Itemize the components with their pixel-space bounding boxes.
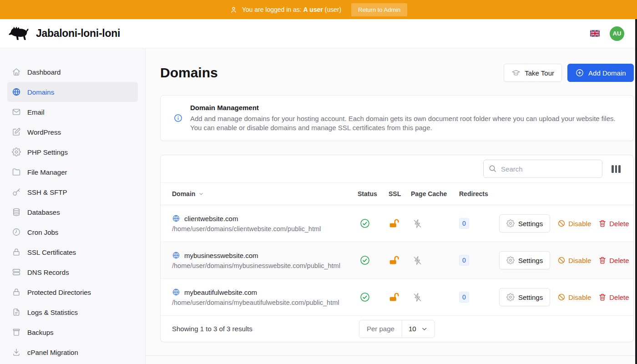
download-icon xyxy=(12,348,21,357)
column-visibility-icon[interactable] xyxy=(611,164,622,174)
impersonated-user-name: A user xyxy=(303,6,323,13)
disable-button[interactable]: Disable xyxy=(557,256,591,264)
column-header-redirects: Redirects xyxy=(459,190,499,197)
brand-title: Jabaloni-loni-loni xyxy=(36,27,120,40)
server-icon xyxy=(12,268,21,277)
redirects-count-badge[interactable]: 0 xyxy=(459,255,469,266)
brand[interactable]: Jabaloni-loni-loni xyxy=(7,25,120,42)
sort-chevron-icon xyxy=(198,191,204,197)
ssl-unlocked-icon[interactable] xyxy=(389,218,411,229)
sidebar-item-label: File Manager xyxy=(27,168,67,176)
key-icon xyxy=(12,187,21,197)
sidebar-item-domains[interactable]: Domains xyxy=(7,82,138,102)
sidebar-item-dashboard[interactable]: Dashboard xyxy=(7,62,138,82)
redirects-count-badge[interactable]: 0 xyxy=(459,218,469,229)
column-header-ssl: SSL xyxy=(389,190,411,197)
ssl-unlocked-icon[interactable] xyxy=(389,292,411,303)
archive-icon xyxy=(12,328,21,337)
per-page-control: Per page 10 xyxy=(359,320,435,338)
column-header-domain[interactable]: Domain xyxy=(161,190,358,197)
sidebar-item-wordpress[interactable]: WordPress xyxy=(7,122,138,142)
search-input[interactable] xyxy=(483,160,602,178)
status-active-icon xyxy=(358,255,389,266)
sidebar-item-backups[interactable]: Backups xyxy=(7,322,138,342)
trash-icon xyxy=(598,293,607,301)
table-row: mybusinesswebsite.com /home/user/domains… xyxy=(161,242,633,279)
sidebar-item-databases[interactable]: Databases xyxy=(7,202,138,222)
sidebar-item-protected-directories[interactable]: Protected Directories xyxy=(7,282,138,302)
globe-icon xyxy=(172,251,180,259)
table-toolbar xyxy=(161,155,633,182)
return-to-admin-button[interactable]: Return to Admin xyxy=(351,3,407,16)
domain-name[interactable]: clientwebsite.com xyxy=(184,215,238,222)
sidebar-item-php-settings[interactable]: PHP Settings xyxy=(7,142,138,162)
gear-icon xyxy=(12,147,21,157)
sidebar-item-label: PHP Settings xyxy=(27,148,68,156)
ban-icon xyxy=(557,219,566,228)
sidebar-item-ssl-certificates[interactable]: SSL Certificates xyxy=(7,242,138,262)
results-summary: Showing 1 to 3 of 3 results xyxy=(172,325,253,333)
sidebar-item-dns-records[interactable]: DNS Records xyxy=(7,262,138,282)
delete-button[interactable]: Delete xyxy=(598,256,629,264)
table-footer: Showing 1 to 3 of 3 results Per page 10 xyxy=(161,316,633,342)
impersonated-user-role: (user) xyxy=(325,6,342,13)
lock-icon xyxy=(12,288,21,297)
info-icon xyxy=(173,113,183,123)
sidebar-item-label: Cron Jobs xyxy=(27,228,58,236)
sidebar-item-ssh-sftp[interactable]: SSH & SFTP xyxy=(7,182,138,202)
ban-icon xyxy=(557,293,566,301)
gear-icon xyxy=(506,293,515,301)
settings-button[interactable]: Settings xyxy=(499,288,550,306)
domain-name[interactable]: mybusinesswebsite.com xyxy=(184,252,258,259)
sidebar-item-file-manager[interactable]: File Manager xyxy=(7,162,138,182)
column-header-status: Status xyxy=(358,190,389,197)
sidebar-item-logs-statistics[interactable]: Logs & Statistics xyxy=(7,302,138,322)
folder-icon xyxy=(12,167,21,177)
per-page-label: Per page xyxy=(359,320,402,338)
sidebar-item-label: Backups xyxy=(27,329,54,336)
page-scrollbar[interactable] xyxy=(635,19,637,364)
disable-button[interactable]: Disable xyxy=(557,293,591,301)
globe-icon xyxy=(12,87,21,96)
take-tour-button[interactable]: Take Tour xyxy=(504,64,562,82)
settings-button[interactable]: Settings xyxy=(499,214,550,233)
uk-flag-icon[interactable] xyxy=(590,30,600,37)
page-title: Domains xyxy=(160,65,218,81)
edit-icon xyxy=(12,127,21,136)
table-row: clientwebsite.com /home/user/domains/cli… xyxy=(161,205,633,242)
globe-icon xyxy=(172,214,180,222)
document-root-path: /home/user/domains/clientwebsite.com/pub… xyxy=(172,225,358,233)
domain-management-info-card: Domain Management Add and manage domains… xyxy=(160,95,634,141)
person-icon xyxy=(230,6,238,14)
settings-button[interactable]: Settings xyxy=(499,251,550,269)
domain-name[interactable]: mybeautifulwebsite.com xyxy=(184,288,257,296)
sidebar-item-label: DNS Records xyxy=(27,268,69,276)
sidebar-item-label: cPanel Migration xyxy=(27,349,78,356)
sidebar-item-cron-jobs[interactable]: Cron Jobs xyxy=(7,222,138,242)
redirects-count-badge[interactable]: 0 xyxy=(459,292,469,303)
page-cache-off-icon[interactable] xyxy=(411,255,459,266)
sidebar-item-label: WordPress xyxy=(27,128,61,136)
sidebar-item-label: Protected Directories xyxy=(27,288,91,296)
impersonation-message: You are logged in as: A user (user) xyxy=(242,6,341,13)
document-root-path: /home/user/domains/mybeautifulwebsite.co… xyxy=(172,299,358,306)
add-domain-button[interactable]: Add Domain xyxy=(567,64,634,82)
user-avatar[interactable]: AU xyxy=(610,26,624,41)
ssl-unlocked-icon[interactable] xyxy=(389,255,411,266)
sidebar-item-email[interactable]: Email xyxy=(7,102,138,122)
trash-icon xyxy=(598,256,607,264)
redirects-cell: 0 xyxy=(459,292,499,303)
per-page-select[interactable]: 10 xyxy=(402,320,435,338)
sidebar-item-label: Logs & Statistics xyxy=(27,308,78,316)
boar-logo-icon xyxy=(7,25,30,42)
sidebar-item-label: Email xyxy=(27,108,45,116)
page-cache-off-icon[interactable] xyxy=(411,292,459,303)
page-cache-off-icon[interactable] xyxy=(411,218,459,229)
sidebar-item-cpanel-migration[interactable]: cPanel Migration xyxy=(7,342,138,362)
delete-button[interactable]: Delete xyxy=(598,219,629,228)
delete-button[interactable]: Delete xyxy=(598,293,629,301)
search-box xyxy=(483,160,602,178)
disable-button[interactable]: Disable xyxy=(557,219,591,228)
document-root-path: /home/user/domains/mybusinesswebsite.com… xyxy=(172,262,358,269)
column-header-page-cache: Page Cache xyxy=(411,190,459,197)
